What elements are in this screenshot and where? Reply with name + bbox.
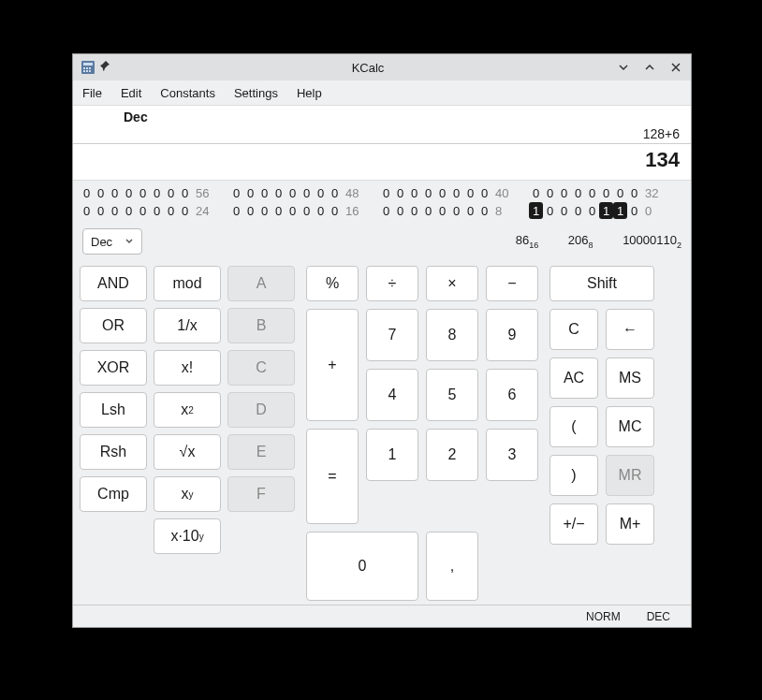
digit-9[interactable]: 9 bbox=[486, 309, 538, 361]
bit-cell[interactable]: 0 bbox=[557, 184, 571, 201]
bit-cell[interactable]: 0 bbox=[407, 202, 421, 219]
bit-cell[interactable]: 0 bbox=[150, 202, 164, 219]
allclear-button[interactable]: AC bbox=[550, 357, 598, 399]
bit-cell[interactable]: 0 bbox=[585, 184, 599, 201]
add-button[interactable]: + bbox=[306, 309, 359, 421]
bit-cell[interactable]: 0 bbox=[543, 184, 557, 201]
bit-cell[interactable]: 0 bbox=[543, 202, 557, 219]
close-button[interactable] bbox=[668, 60, 683, 75]
bit-cell[interactable]: 0 bbox=[435, 184, 449, 201]
percent-button[interactable]: % bbox=[306, 266, 359, 301]
bit-cell[interactable]: 0 bbox=[314, 202, 328, 219]
bit-cell[interactable]: 1 bbox=[529, 202, 543, 219]
plusminus-button[interactable]: +/− bbox=[550, 503, 598, 545]
bit-cell[interactable]: 0 bbox=[243, 202, 257, 219]
bit-cell[interactable]: 0 bbox=[407, 184, 421, 201]
reciprocal-button[interactable]: 1/x bbox=[154, 308, 221, 343]
bit-cell[interactable]: 1 bbox=[613, 202, 627, 219]
menu-constants[interactable]: Constants bbox=[160, 86, 215, 100]
bit-cell[interactable]: 0 bbox=[122, 202, 136, 219]
digit-4[interactable]: 4 bbox=[366, 369, 418, 421]
base-dropdown[interactable]: Dec bbox=[82, 228, 142, 255]
rparen-button[interactable]: ) bbox=[550, 455, 598, 496]
bit-cell[interactable]: 0 bbox=[286, 184, 300, 201]
bit-cell[interactable]: 0 bbox=[463, 184, 477, 201]
bit-cell[interactable]: 0 bbox=[379, 184, 393, 201]
factorial-button[interactable]: x! bbox=[154, 350, 221, 386]
bit-cell[interactable]: 0 bbox=[328, 184, 342, 201]
backspace-button[interactable]: ← bbox=[606, 309, 654, 350]
menu-file[interactable]: File bbox=[82, 86, 102, 100]
menu-help[interactable]: Help bbox=[297, 86, 322, 100]
bit-cell[interactable]: 0 bbox=[599, 184, 613, 201]
comma-button[interactable]: , bbox=[426, 532, 478, 601]
bit-cell[interactable]: 0 bbox=[257, 184, 271, 201]
cmp-button[interactable]: Cmp bbox=[80, 476, 147, 512]
menu-edit[interactable]: Edit bbox=[121, 86, 141, 100]
mod-button[interactable]: mod bbox=[154, 266, 221, 301]
bit-cell[interactable]: 0 bbox=[257, 202, 271, 219]
square-button[interactable]: x2 bbox=[154, 392, 221, 428]
bit-cell[interactable]: 0 bbox=[164, 184, 178, 201]
mplus-button[interactable]: M+ bbox=[606, 503, 654, 545]
subtract-button[interactable]: − bbox=[486, 266, 538, 301]
xy-button[interactable]: xy bbox=[154, 476, 221, 512]
bit-cell[interactable]: 0 bbox=[627, 184, 641, 201]
sqrt-button[interactable]: √x bbox=[154, 434, 221, 470]
bit-cell[interactable]: 0 bbox=[300, 202, 314, 219]
bit-cell[interactable]: 0 bbox=[449, 184, 463, 201]
digit-8[interactable]: 8 bbox=[426, 309, 478, 361]
divide-button[interactable]: ÷ bbox=[366, 266, 418, 301]
bit-cell[interactable]: 0 bbox=[178, 202, 192, 219]
lparen-button[interactable]: ( bbox=[550, 406, 598, 447]
digit-6[interactable]: 6 bbox=[486, 369, 538, 421]
bit-cell[interactable]: 0 bbox=[571, 202, 585, 219]
bit-cell[interactable]: 0 bbox=[178, 184, 192, 201]
bit-cell[interactable]: 0 bbox=[229, 202, 243, 219]
bit-cell[interactable]: 0 bbox=[80, 202, 94, 219]
bit-cell[interactable]: 0 bbox=[108, 202, 122, 219]
and-button[interactable]: AND bbox=[80, 266, 147, 301]
bit-cell[interactable]: 0 bbox=[585, 202, 599, 219]
x10y-button[interactable]: x·10y bbox=[154, 518, 221, 554]
bit-cell[interactable]: 0 bbox=[122, 184, 136, 201]
bit-cell[interactable]: 0 bbox=[271, 202, 286, 219]
rsh-button[interactable]: Rsh bbox=[80, 434, 147, 470]
digit-7[interactable]: 7 bbox=[366, 309, 418, 361]
bit-cell[interactable]: 0 bbox=[164, 202, 178, 219]
digit-5[interactable]: 5 bbox=[426, 369, 478, 421]
or-button[interactable]: OR bbox=[80, 308, 147, 343]
bit-cell[interactable]: 0 bbox=[463, 202, 477, 219]
bit-cell[interactable]: 0 bbox=[136, 202, 150, 219]
bit-cell[interactable]: 0 bbox=[627, 202, 641, 219]
clear-button[interactable]: C bbox=[550, 309, 598, 350]
xor-button[interactable]: XOR bbox=[80, 350, 147, 386]
ms-button[interactable]: MS bbox=[606, 357, 654, 399]
shift-button[interactable]: Shift bbox=[550, 266, 654, 301]
digit-2[interactable]: 2 bbox=[426, 429, 478, 481]
maximize-button[interactable] bbox=[642, 60, 657, 75]
bit-cell[interactable]: 0 bbox=[229, 184, 243, 201]
bit-cell[interactable]: 0 bbox=[379, 202, 393, 219]
bit-cell[interactable]: 0 bbox=[243, 184, 257, 201]
bit-cell[interactable]: 0 bbox=[477, 202, 491, 219]
bit-cell[interactable]: 0 bbox=[421, 202, 435, 219]
bit-cell[interactable]: 0 bbox=[94, 202, 108, 219]
bit-cell[interactable]: 0 bbox=[136, 184, 150, 201]
mc-button[interactable]: MC bbox=[606, 406, 654, 447]
bit-cell[interactable]: 0 bbox=[286, 202, 300, 219]
bit-cell[interactable]: 1 bbox=[599, 202, 613, 219]
bit-cell[interactable]: 0 bbox=[557, 202, 571, 219]
bit-cell[interactable]: 0 bbox=[477, 184, 491, 201]
bit-cell[interactable]: 0 bbox=[108, 184, 122, 201]
bit-cell[interactable]: 0 bbox=[613, 184, 627, 201]
digit-0[interactable]: 0 bbox=[306, 532, 418, 601]
bit-cell[interactable]: 0 bbox=[393, 184, 407, 201]
minimize-button[interactable] bbox=[616, 60, 631, 75]
bit-cell[interactable]: 0 bbox=[150, 184, 164, 201]
bit-cell[interactable]: 0 bbox=[80, 184, 94, 201]
bit-cell[interactable]: 0 bbox=[449, 202, 463, 219]
multiply-button[interactable]: × bbox=[426, 266, 478, 301]
pin-icon[interactable] bbox=[99, 60, 114, 75]
bit-cell[interactable]: 0 bbox=[529, 184, 543, 201]
